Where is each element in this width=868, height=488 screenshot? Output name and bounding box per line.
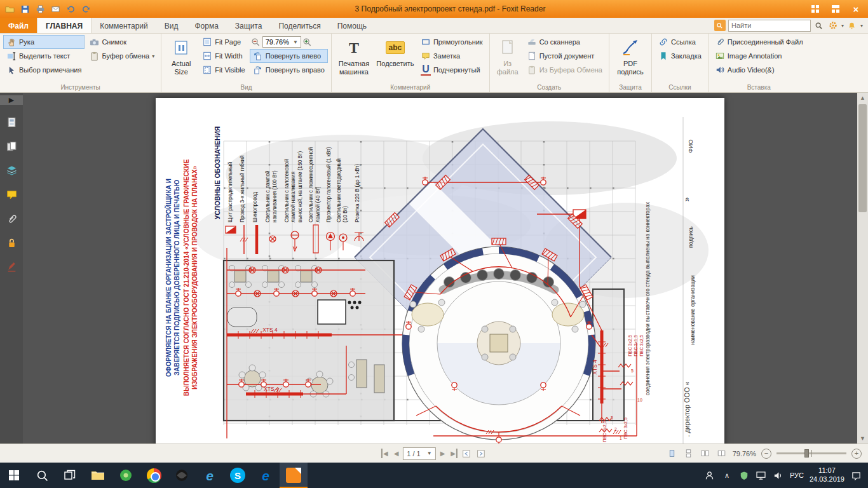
tab-share[interactable]: Поделиться <box>270 18 329 33</box>
rotate-left-button[interactable]: Повернуть влево <box>250 49 328 63</box>
select-text-button[interactable]: Выделить текст <box>3 49 85 63</box>
zoom-out-icon[interactable] <box>251 37 261 47</box>
undo-button[interactable] <box>65 3 77 15</box>
redo-button[interactable] <box>80 3 92 15</box>
image-annotation-button[interactable]: Image Annotation <box>712 49 806 63</box>
tab-protect[interactable]: Защита <box>227 18 271 33</box>
action-center-icon[interactable] <box>850 470 862 481</box>
zoom-slider[interactable] <box>776 452 846 454</box>
close-button[interactable]: × <box>849 3 863 15</box>
fit-width-button[interactable]: Fit Width <box>199 49 248 63</box>
email-button[interactable] <box>50 3 62 15</box>
page-thumbnails-icon[interactable] <box>4 115 18 129</box>
skype-button[interactable]: S <box>224 463 252 488</box>
from-scanner-button[interactable]: Со сканнера <box>524 35 606 49</box>
open-file-button[interactable] <box>4 3 16 15</box>
zoom-out-button[interactable]: − <box>761 449 771 459</box>
search-button[interactable] <box>813 20 825 31</box>
layout-split-icon[interactable] <box>829 3 843 15</box>
signatures-panel-icon[interactable] <box>4 260 18 274</box>
zoom-in-icon[interactable] <box>302 37 313 47</box>
zoom-combo[interactable]: 79.76%▼ <box>262 36 301 48</box>
underline-button[interactable]: U Подчеркнутый <box>417 63 486 77</box>
last-page-button[interactable]: ▶ <box>449 449 458 458</box>
clipboard-button[interactable]: Буфер обмена ▾ <box>86 49 158 63</box>
tab-comment[interactable]: Комментарий <box>92 18 156 33</box>
next-view-button[interactable] <box>475 448 487 459</box>
tab-file[interactable]: Файл <box>0 18 37 33</box>
task-view-button[interactable] <box>56 463 84 488</box>
book-view-icon[interactable] <box>716 448 728 459</box>
actual-size-button[interactable]: Actual Size <box>165 35 198 81</box>
document-area[interactable]: УСЛОВНЫЕ ОБОЗНАЧЕНИЯ Щит распределительн… <box>23 93 857 444</box>
first-page-button[interactable]: ◀ <box>381 449 390 458</box>
bell-icon[interactable] <box>846 20 858 31</box>
highlight-button[interactable]: abc Подсветить <box>374 35 416 81</box>
continuous-view-icon[interactable] <box>683 448 695 459</box>
blank-document-button[interactable]: Пустой документ <box>524 49 606 63</box>
previous-view-button[interactable] <box>461 448 472 459</box>
defender-shield-icon[interactable] <box>738 470 750 481</box>
tab-home[interactable]: ГЛАВНАЯ <box>37 18 92 33</box>
attachments-panel-icon[interactable] <box>4 212 18 226</box>
attached-file-button[interactable]: Присоединенный Файл <box>712 35 806 49</box>
zoom-in-button[interactable]: + <box>851 449 862 459</box>
volume-icon[interactable] <box>773 470 784 481</box>
gear-icon[interactable] <box>827 20 839 31</box>
create-from-file-button[interactable]: Из файла <box>493 35 522 81</box>
fit-page-button[interactable]: Fit Page <box>199 35 248 49</box>
file-explorer-button[interactable] <box>84 463 112 488</box>
taskbar-clock[interactable]: 11:0724.03.2019 <box>810 466 844 484</box>
bell-caret-icon[interactable]: ▾ <box>860 23 863 29</box>
scroll-down-icon[interactable]: ▼ <box>857 433 868 444</box>
gear-caret-icon[interactable]: ▾ <box>841 23 844 29</box>
typewriter-button[interactable]: T Печатная машинка <box>335 35 373 81</box>
vertical-scrollbar[interactable]: ▲ ▼ <box>857 93 868 444</box>
bookmark-button[interactable]: Закладка <box>655 49 705 63</box>
sidebar-expand-icon[interactable]: ▶ <box>0 95 23 105</box>
page-number-combo[interactable]: 1 / 1▼ <box>403 447 435 460</box>
layout-grid-icon[interactable] <box>808 3 822 15</box>
layers-panel-icon[interactable] <box>4 163 18 177</box>
foxit-reader-taskbar-button[interactable] <box>280 463 308 488</box>
rotate-right-button[interactable]: Повернуть вправо <box>250 63 328 77</box>
pinned-app-dark-button[interactable] <box>168 463 196 488</box>
taskbar-search-button[interactable] <box>28 463 56 488</box>
fit-visible-button[interactable]: Fit Visible <box>199 63 248 77</box>
tab-view[interactable]: Вид <box>156 18 187 33</box>
scrollbar-thumb[interactable] <box>858 104 867 212</box>
scrollbar-track[interactable] <box>857 103 868 433</box>
next-page-button[interactable]: ▶ <box>439 449 447 458</box>
edge-button[interactable]: e <box>252 463 280 488</box>
snapshot-button[interactable]: Снимок <box>86 35 158 49</box>
internet-explorer-button[interactable]: e <box>196 463 224 488</box>
previous-page-button[interactable]: ◀ <box>393 449 400 458</box>
scroll-up-icon[interactable]: ▲ <box>857 93 868 103</box>
tray-chevron-icon[interactable]: ∧ <box>721 470 733 481</box>
pinned-app-green-button[interactable] <box>112 463 140 488</box>
zoom-slider-thumb[interactable] <box>804 449 809 458</box>
quick-find-icon[interactable] <box>714 20 726 31</box>
rectangle-annotation-button[interactable]: Прямоугольник <box>417 35 486 49</box>
note-button[interactable]: Заметка <box>417 49 486 63</box>
single-page-view-icon[interactable] <box>667 448 678 459</box>
search-input[interactable] <box>728 20 811 32</box>
language-indicator[interactable]: РУС <box>790 471 804 479</box>
link-button[interactable]: Ссылка <box>655 35 705 49</box>
select-annotation-button[interactable]: Выбор примечания <box>3 63 85 77</box>
hand-tool-button[interactable]: Рука <box>3 35 85 49</box>
tab-help[interactable]: Помощь <box>329 18 375 33</box>
start-button[interactable] <box>0 463 28 488</box>
pdf-sign-button[interactable]: PDF подпись <box>613 35 648 81</box>
audio-video-button[interactable]: Audio Video(&) <box>712 63 806 77</box>
facing-view-icon[interactable] <box>700 448 711 459</box>
comments-panel-icon[interactable] <box>4 187 18 201</box>
from-clipboard-button[interactable]: Из Буфера Обмена <box>524 63 606 77</box>
tab-form[interactable]: Форма <box>186 18 226 33</box>
people-icon[interactable] <box>704 470 715 481</box>
network-icon[interactable] <box>756 470 767 481</box>
bookmarks-panel-icon[interactable] <box>4 139 18 153</box>
save-button[interactable] <box>19 3 31 15</box>
print-button[interactable] <box>34 3 46 15</box>
security-panel-icon[interactable] <box>4 236 18 250</box>
